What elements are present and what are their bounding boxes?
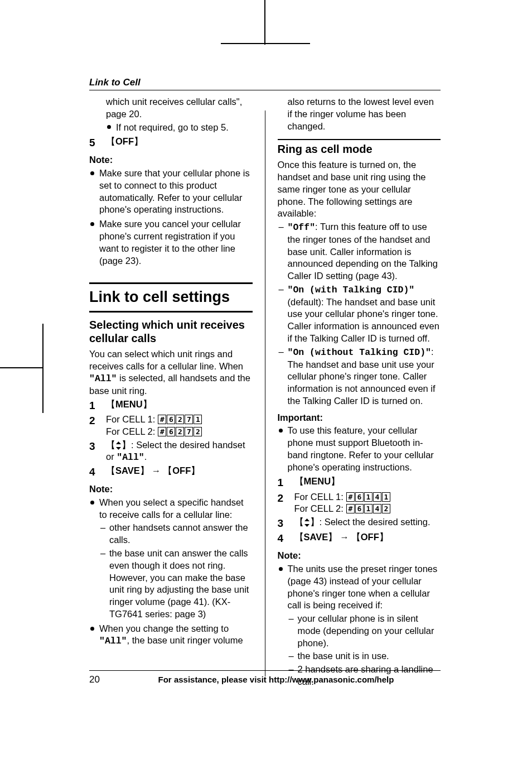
menu-button-label: MENU [115, 399, 143, 409]
save-button-label: SAVE [304, 532, 328, 542]
step-1-num: 1 [89, 398, 106, 412]
rstep-3-body: 【】: Select the desired setting. [294, 516, 441, 530]
svg-marker-1 [116, 447, 121, 450]
sub-item: your cellular phone is in silent mode (d… [288, 613, 441, 649]
cropmark-top-v [264, 0, 265, 45]
topic-title: Link to cell settings [89, 287, 253, 308]
right-column: also returns to the lowest level even if… [278, 96, 441, 676]
page-number: 20 [89, 674, 112, 685]
key-seq: #6142 [346, 503, 390, 513]
page: Link to Cell which unit receives cellula… [0, 0, 532, 759]
cropmark-top-h [221, 43, 310, 44]
step-3-body: 【】: Select the desired handset or "All". [106, 439, 253, 464]
note-item: Make sure you cancel your cellular phone… [89, 218, 253, 267]
step-2-body: For CELL 1: #6271 For CELL 2: #6272 [106, 414, 253, 438]
off-button-label: OFF [115, 136, 134, 146]
sub-title: Selecting which unit receives cellular c… [89, 318, 253, 345]
rstep-4-num: 4 [278, 531, 294, 545]
carryover-bullet: If not required, go to step 5. [106, 122, 253, 134]
key-seq: #6141 [346, 492, 390, 502]
carryover-text: which unit receives cellular calls", pag… [89, 96, 253, 121]
section-title: Ring as cell mode [278, 142, 441, 156]
arrow-right-icon: → [152, 465, 161, 477]
step-3-num: 3 [89, 439, 106, 464]
navigator-up-down-icon [115, 440, 122, 450]
svg-marker-0 [116, 441, 121, 444]
note-heading: Note: [89, 154, 253, 166]
content-area: Link to Cell which unit receives cellula… [89, 77, 441, 676]
sub-item: other handsets cannot answer the calls. [99, 522, 253, 546]
rstep-1-num: 1 [278, 475, 294, 489]
step-4-num: 4 [89, 465, 106, 479]
off-button-label: OFF [361, 532, 379, 542]
step-2-num: 2 [89, 414, 106, 438]
rstep-2-num: 2 [278, 491, 294, 516]
running-head: Link to Cell [89, 77, 441, 90]
important-item: To use this feature, your cellular phone… [278, 425, 441, 473]
note-item: When you change the setting to "All", th… [89, 623, 253, 648]
note-item: Make sure that your cellular phone is se… [89, 167, 253, 216]
footer: 20 For assistance, please visit http://w… [89, 670, 441, 685]
option-item: "On (with Talking CID)" (default): The h… [278, 284, 441, 345]
rstep-3-num: 3 [278, 516, 294, 530]
cropmark-left-v [42, 324, 43, 413]
arrow-right-icon: → [340, 531, 349, 544]
sub-item: the base unit is in use. [288, 650, 441, 662]
left-column: which unit receives cellular calls", pag… [89, 96, 253, 676]
off-button-label: OFF [172, 465, 191, 475]
sub-item: the base unit can answer the calls even … [99, 547, 253, 621]
intro-paragraph: You can select which unit rings and rece… [89, 348, 253, 397]
note-item: The units use the preset ringer tones (p… [278, 563, 441, 688]
step-5-num: 5 [89, 136, 106, 150]
svg-marker-2 [304, 518, 309, 521]
note-heading: Note: [278, 550, 441, 562]
cropmark-left-h [0, 367, 43, 368]
note-heading: Note: [89, 483, 253, 496]
columns: which unit receives cellular calls", pag… [89, 96, 441, 676]
key-seq: #6271 [158, 414, 202, 424]
note-item: When you select a specific handset to re… [89, 497, 253, 621]
svg-marker-3 [304, 524, 309, 527]
column-divider [265, 111, 265, 676]
navigator-up-down-icon [304, 517, 310, 527]
footer-text: For assistance, please visit http://www.… [112, 675, 441, 684]
important-heading: Important: [278, 412, 441, 424]
rstep-2-body: For CELL 1: #6141 For CELL 2: #6142 [294, 491, 441, 516]
save-button-label: SAVE [115, 465, 140, 475]
option-item: "Off": Turn this feature off to use the … [278, 221, 441, 282]
option-item: "On (without Talking CID)": The handset … [278, 346, 441, 407]
menu-button-label: MENU [304, 476, 331, 486]
section-intro: Once this feature is turned on, the hand… [278, 159, 441, 220]
carryover-right: also returns to the lowest level even if… [278, 96, 441, 132]
key-seq: #6272 [158, 426, 202, 436]
